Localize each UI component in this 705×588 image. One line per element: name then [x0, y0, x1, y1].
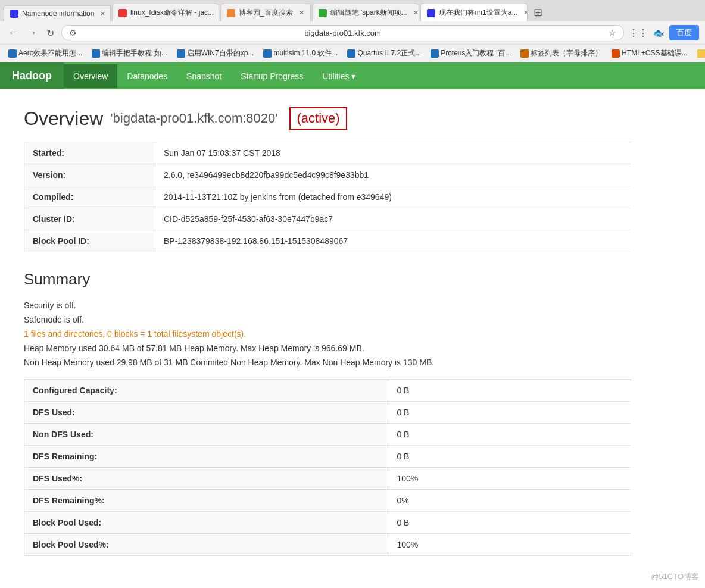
info-value-version: 2.6.0, re3496499ecb8d220fba99dc5ed4c99c8…: [155, 164, 631, 186]
bm-favicon-0: [8, 49, 17, 58]
bm-label-2: 启用WIN7自带的xp...: [187, 48, 254, 58]
summary-label-5: DFS Remaining%:: [24, 490, 388, 512]
bm-label-5: Proteus入门教程_百...: [441, 48, 511, 58]
summary-label-0: Configured Capacity:: [24, 380, 388, 402]
overview-info-table: Started: Sun Jan 07 15:03:37 CST 2018 Ve…: [24, 142, 631, 252]
reload-button[interactable]: ↻: [44, 26, 57, 40]
bookmark-1[interactable]: 编辑手把手教程 如...: [89, 47, 169, 60]
summary-label-4: DFS Used%:: [24, 468, 388, 490]
summary-value-6: 0 B: [388, 512, 631, 534]
summary-table: Configured Capacity: 0 B DFS Used: 0 B N…: [24, 379, 631, 556]
info-row-cluster-id: Cluster ID: CID-d525a859-f25f-4530-af63-…: [24, 208, 631, 230]
summary-value-1: 0 B: [388, 402, 631, 424]
new-tab-button[interactable]: ⊞: [529, 4, 547, 21]
bookmark-6[interactable]: 标签列表（字母排序）: [518, 47, 604, 60]
options-icon[interactable]: ⋮⋮: [629, 27, 648, 39]
summary-value-4: 100%: [388, 468, 631, 490]
bookmark-0[interactable]: Aero效果不能用怎...: [6, 47, 85, 60]
summary-title: Summary: [24, 270, 631, 289]
bm-label-0: Aero效果不能用怎...: [18, 48, 82, 58]
info-row-version: Version: 2.6.0, re3496499ecb8d220fba99dc…: [24, 164, 631, 186]
bm-favicon-8: [697, 49, 705, 58]
hadoop-nav: Hadoop Overview Datanodes Snapshot Start…: [0, 62, 705, 89]
forward-button[interactable]: →: [25, 26, 39, 39]
info-row-started: Started: Sun Jan 07 15:03:37 CST 2018: [24, 142, 631, 164]
bm-favicon-7: [612, 49, 620, 58]
nav-datanodes[interactable]: Datanodes: [117, 64, 177, 88]
bookmark-2[interactable]: 启用WIN7自带的xp...: [174, 47, 257, 60]
nav-startup-progress[interactable]: Startup Progress: [231, 64, 313, 88]
tab-close-3[interactable]: ✕: [299, 9, 304, 17]
tab-close-5[interactable]: ✕: [523, 9, 527, 17]
bookmark-4[interactable]: Quartus II 7.2正式...: [345, 47, 423, 60]
address-text: bigdata-pro01.kfk.com: [77, 29, 609, 37]
bookmark-8[interactable]: linux: [695, 48, 705, 59]
safemode-text: Safemode is off.: [24, 315, 631, 324]
summary-label-3: DFS Remaining:: [24, 446, 388, 468]
tab-favicon-2: [118, 9, 127, 17]
filesystem-text: 1 files and directories, 0 blocks = 1 to…: [24, 329, 631, 339]
info-label-block-pool-id: Block Pool ID:: [24, 230, 155, 252]
baidu-search-button[interactable]: 百度: [669, 25, 699, 40]
summary-value-3: 0 B: [388, 446, 631, 468]
tab-bar: Namenode information ✕ linux_fdisk命令详解 -…: [0, 0, 705, 21]
bm-label-6: 标签列表（字母排序）: [531, 48, 602, 58]
bookmark-7[interactable]: HTML+CSS基础课...: [609, 47, 690, 60]
nav-overview[interactable]: Overview: [64, 64, 117, 88]
tab-label-4: 编辑随笔 'spark新闻项...: [330, 8, 407, 18]
bm-favicon-1: [92, 49, 100, 58]
bm-label-1: 编辑手把手教程 如...: [102, 48, 167, 58]
info-value-compiled: 2014-11-13T21:10Z by jenkins from (detac…: [155, 186, 631, 208]
tab-baidu[interactable]: 博客园_百度搜索 ✕: [220, 4, 311, 21]
info-label-cluster-id: Cluster ID:: [24, 208, 155, 230]
summary-value-7: 100%: [388, 534, 631, 556]
bm-label-7: HTML+CSS基础课...: [622, 48, 687, 58]
lock-icon: ⚙: [69, 28, 77, 37]
tab-fdisk[interactable]: linux_fdisk命令详解 - jac... ✕: [112, 4, 219, 21]
star-icon[interactable]: ☆: [609, 28, 616, 37]
page-title: Overview 'bigdata-pro01.kfk.com:8020' (a…: [24, 107, 631, 130]
tab-close-4[interactable]: ✕: [413, 9, 419, 17]
tab-favicon-4: [319, 9, 327, 17]
active-badge: (active): [289, 107, 347, 130]
nav-utilities[interactable]: Utilities ▾: [313, 64, 365, 88]
summary-row-configured-capacity: Configured Capacity: 0 B: [24, 380, 631, 402]
tab-favicon-5: [427, 9, 435, 17]
info-label-compiled: Compiled:: [24, 186, 155, 208]
watermark: @51CTO博客: [651, 571, 699, 574]
info-label-started: Started:: [24, 142, 155, 164]
menu-icon[interactable]: 🐟: [653, 27, 665, 39]
tab-spark[interactable]: 编辑随笔 'spark新闻项... ✕: [312, 4, 419, 21]
non-heap-text: Non Heap Memory used 29.98 MB of 31 MB C…: [24, 358, 631, 367]
summary-label-2: Non DFS Used:: [24, 424, 388, 446]
security-text: Security is off.: [24, 301, 631, 310]
summary-value-2: 0 B: [388, 424, 631, 446]
main-content: Overview 'bigdata-pro01.kfk.com:8020' (a…: [0, 89, 655, 574]
summary-row-non-dfs-used: Non DFS Used: 0 B: [24, 424, 631, 446]
bookmark-3[interactable]: multisim 11.0 软件...: [261, 47, 340, 60]
info-label-version: Version:: [24, 164, 155, 186]
tab-favicon-3: [227, 9, 235, 17]
browser-chrome: Namenode information ✕ linux_fdisk命令详解 -…: [0, 0, 705, 62]
server-name: 'bigdata-pro01.kfk.com:8020': [110, 111, 277, 126]
back-button[interactable]: ←: [6, 26, 20, 39]
summary-row-dfs-remaining: DFS Remaining: 0 B: [24, 446, 631, 468]
tab-close-1[interactable]: ✕: [100, 10, 105, 18]
bm-favicon-5: [431, 49, 439, 58]
info-row-compiled: Compiled: 2014-11-13T21:10Z by jenkins f…: [24, 186, 631, 208]
summary-row-dfs-used-pct: DFS Used%: 100%: [24, 468, 631, 490]
nav-snapshot[interactable]: Snapshot: [177, 64, 231, 88]
summary-row-dfs-used: DFS Used: 0 B: [24, 402, 631, 424]
address-bar[interactable]: ⚙ bigdata-pro01.kfk.com ☆: [61, 25, 624, 40]
tab-active[interactable]: 现在我们将nn1设置为a... ✕: [420, 4, 528, 21]
tab-favicon-1: [10, 10, 18, 18]
tab-label-5: 现在我们将nn1设置为a...: [439, 8, 518, 18]
info-value-cluster-id: CID-d525a859-f25f-4530-af63-30e7447b9ac7: [155, 208, 631, 230]
summary-label-6: Block Pool Used:: [24, 512, 388, 534]
summary-label-7: Block Pool Used%:: [24, 534, 388, 556]
summary-value-0: 0 B: [388, 380, 631, 402]
summary-label-1: DFS Used:: [24, 402, 388, 424]
bookmark-5[interactable]: Proteus入门教程_百...: [428, 47, 513, 60]
heap-text: Heap Memory used 30.64 MB of 57.81 MB He…: [24, 343, 631, 353]
tab-namenode[interactable]: Namenode information ✕: [4, 5, 111, 21]
